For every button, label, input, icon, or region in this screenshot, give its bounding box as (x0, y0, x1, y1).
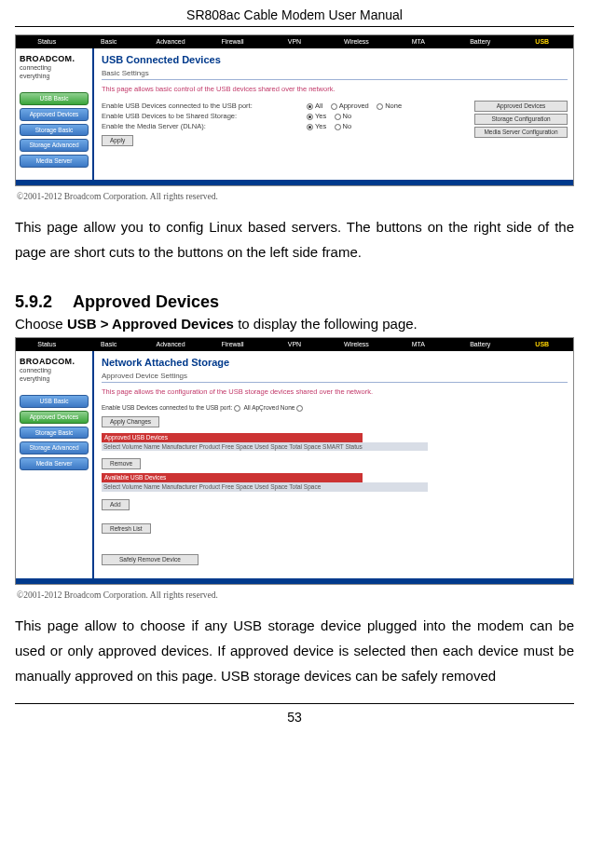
sidebar-storage-advanced[interactable]: Storage Advanced (20, 441, 89, 454)
panel-subtitle: Approved Device Settings (102, 372, 568, 384)
copyright: ©2001-2012 Broadcom Corporation. All rig… (15, 587, 574, 600)
sidebar-storage-basic[interactable]: Storage Basic (20, 427, 89, 440)
sidebar-media-server[interactable]: Media Server (20, 457, 89, 470)
nav-firewall[interactable]: Firewall (201, 338, 263, 351)
sidebar-media-server[interactable]: Media Server (20, 155, 89, 168)
sidebar-approved-devices[interactable]: Approved Devices (20, 411, 89, 424)
sidebar: BROADCOM. connecting everything USB Basi… (16, 351, 92, 578)
logo-tag2: everything (20, 73, 89, 80)
top-nav: Status Basic Advanced Firewall VPN Wirel… (16, 338, 573, 351)
paragraph-1: This page allow you to config Linux base… (15, 201, 574, 274)
opt-label: Yes (315, 112, 326, 120)
section-title: Approved Devices (73, 292, 219, 311)
add-button[interactable]: Add (102, 499, 130, 510)
safely-remove-button[interactable]: Safely Remove Device (102, 554, 199, 565)
nav-vpn[interactable]: VPN (264, 35, 325, 48)
available-table-header: Select Volume Name Manufacturer Product … (102, 482, 428, 492)
nav-status[interactable]: Status (16, 338, 77, 351)
nav-status[interactable]: Status (16, 35, 77, 48)
screenshot-approved-devices: Status Basic Advanced Firewall VPN Wirel… (15, 337, 574, 585)
shortcut-column: Approved Devices Storage Configuration M… (474, 99, 568, 139)
broadcom-logo: BROADCOM. connecting everything (20, 357, 89, 392)
top-nav: Status Basic Advanced Firewall VPN Wirel… (16, 35, 573, 48)
lead-bold: USB > Approved Devices (67, 316, 234, 332)
panel-subtitle: Basic Settings (102, 69, 568, 81)
refresh-button[interactable]: Refresh List (102, 523, 151, 535)
panel-title: USB Connected Devices (102, 52, 568, 68)
nav-firewall[interactable]: Firewall (201, 35, 263, 48)
logo-brand: BROADCOM. (20, 357, 75, 366)
radio-none[interactable] (296, 405, 303, 412)
paragraph-2: This page allow to choose if any USB sto… (15, 600, 574, 698)
copyright: ©2001-2012 Broadcom Corporation. All rig… (15, 188, 574, 201)
shortcut-approved[interactable]: Approved Devices (474, 101, 568, 112)
nav-battery[interactable]: Battery (449, 338, 511, 351)
radio-all[interactable] (234, 405, 240, 412)
remove-button[interactable]: Remove (102, 458, 141, 469)
opt-label: No (343, 112, 352, 120)
row-label: Enable USB Devices to be Shared Storage: (102, 112, 307, 120)
radio-none[interactable] (377, 103, 383, 110)
radio-all[interactable] (307, 103, 313, 110)
sidebar-storage-advanced[interactable]: Storage Advanced (20, 139, 89, 152)
nav-wireless[interactable]: Wireless (325, 35, 387, 48)
opt-label: No (343, 122, 352, 130)
footer-bar (16, 578, 573, 584)
approved-table-header: Select Volume Name Manufacturer Product … (102, 442, 428, 452)
nav-advanced[interactable]: Advanced (140, 35, 201, 48)
radio-no[interactable] (335, 124, 341, 130)
section-heading: 5.9.2Approved Devices (15, 274, 574, 316)
sidebar: BROADCOM. connecting everything USB Basi… (16, 48, 92, 180)
lead-text: Choose (15, 316, 67, 332)
radio-yes[interactable] (307, 124, 313, 130)
radio-yes[interactable] (307, 114, 313, 120)
main-panel: Network Attached Storage Approved Device… (92, 351, 573, 578)
nav-advanced[interactable]: Advanced (140, 338, 201, 351)
panel-desc: This page allows the configuration of th… (102, 385, 568, 403)
nav-basic[interactable]: Basic (77, 338, 139, 351)
panel-desc: This page allows basic control of the US… (102, 82, 568, 101)
main-panel: USB Connected Devices Basic Settings Thi… (92, 48, 573, 180)
page-number: 53 (15, 704, 574, 725)
opt-label: None (385, 102, 402, 110)
nav-wireless[interactable]: Wireless (325, 338, 387, 351)
nav-mta[interactable]: MTA (388, 35, 449, 48)
section-lead: Choose USB > Approved Devices to display… (15, 316, 574, 337)
logo-tag1: connecting (20, 64, 89, 72)
row-label: Enable USB Devices connected to the USB … (102, 102, 307, 110)
row-label: Enable the Media Server (DLNA): (102, 122, 307, 130)
opt-text: All ApÇroved None (243, 404, 294, 411)
page-header: SR808ac Cable Modem User Manual (15, 6, 574, 26)
radio-approved[interactable] (331, 103, 337, 110)
opt-label: Approved (339, 102, 369, 110)
sidebar-usb-basic[interactable]: USB Basic (20, 92, 89, 105)
sidebar-usb-basic[interactable]: USB Basic (20, 395, 89, 408)
broadcom-logo: BROADCOM. connecting everything (20, 54, 89, 89)
nav-basic[interactable]: Basic (77, 35, 139, 48)
nav-usb[interactable]: USB (512, 338, 573, 351)
shortcut-media[interactable]: Media Server Configuration (474, 127, 568, 138)
row-label: Enable USB Devices connected to the USB … (102, 404, 232, 411)
logo-brand: BROADCOM. (20, 54, 75, 63)
approved-strip: Approved USB Devices (102, 433, 363, 442)
apply-button[interactable]: Apply (102, 135, 133, 146)
nav-mta[interactable]: MTA (388, 338, 449, 351)
header-rule (15, 26, 574, 27)
nav-usb[interactable]: USB (512, 35, 573, 48)
sidebar-storage-basic[interactable]: Storage Basic (20, 124, 89, 137)
opt-label: Yes (315, 122, 326, 130)
row-enable-usb: Enable USB Devices connected to the USB … (102, 403, 568, 413)
apply-changes-button[interactable]: Apply Changes (102, 416, 159, 427)
opt-label: All (315, 102, 322, 110)
nav-vpn[interactable]: VPN (264, 338, 325, 351)
section-number: 5.9.2 (15, 292, 73, 312)
nav-battery[interactable]: Battery (449, 35, 511, 48)
logo-tag2: everything (20, 375, 89, 383)
lead-text: to display the following page. (234, 316, 418, 332)
logo-tag1: connecting (20, 367, 89, 374)
panel-title: Network Attached Storage (102, 355, 568, 371)
sidebar-approved-devices[interactable]: Approved Devices (20, 108, 89, 121)
footer-bar (16, 180, 573, 185)
radio-no[interactable] (335, 114, 341, 120)
shortcut-storage[interactable]: Storage Configuration (474, 114, 568, 125)
